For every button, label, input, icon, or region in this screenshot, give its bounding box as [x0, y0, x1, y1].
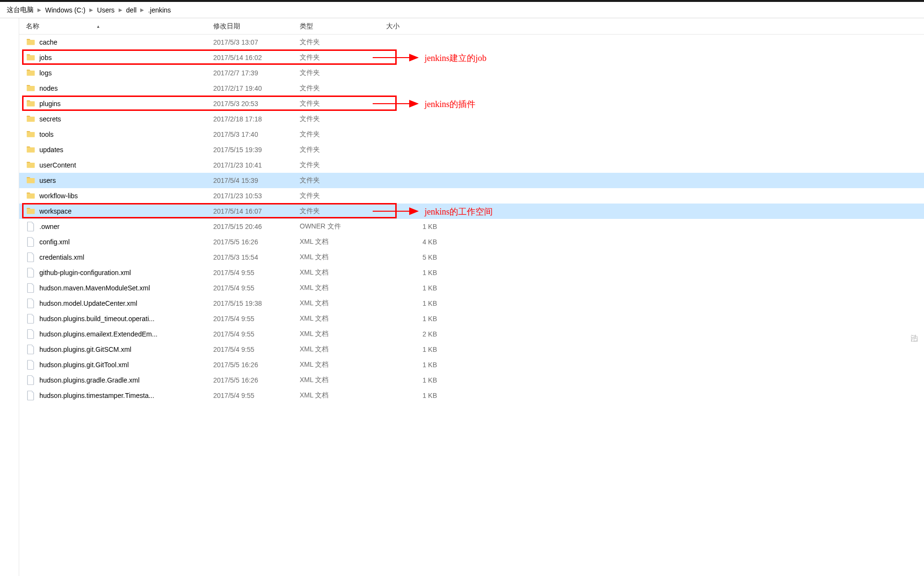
cell-name[interactable]: nodes	[19, 84, 207, 93]
folder-row[interactable]: workflow-libs2017/1/23 10:53文件夹	[19, 188, 924, 204]
breadcrumb-item[interactable]: 这台电脑	[4, 6, 36, 14]
file-name-label: config.xml	[39, 238, 70, 246]
folder-row[interactable]: tools2017/5/3 17:40文件夹	[19, 127, 924, 142]
breadcrumb-item[interactable]: Windows (C:)	[42, 6, 88, 14]
cell-type: XML 文档	[293, 345, 379, 354]
cell-date: 2017/1/23 10:53	[207, 192, 293, 200]
cell-name[interactable]: secrets	[19, 114, 207, 124]
folder-row[interactable]: cache2017/5/3 13:07文件夹	[19, 35, 924, 50]
folder-row[interactable]: plugins2017/5/3 20:53文件夹	[19, 96, 924, 111]
folder-icon	[26, 145, 36, 155]
cell-name[interactable]: hudson.model.UpdateCenter.xml	[19, 299, 207, 308]
cell-date: 2017/5/3 20:53	[207, 100, 293, 108]
cell-date: 2017/5/14 16:07	[207, 207, 293, 215]
cell-name[interactable]: hudson.plugins.git.GitSCM.xml	[19, 345, 207, 354]
file-row[interactable]: .owner2017/5/15 20:46OWNER 文件1 KB	[19, 219, 924, 234]
folder-row[interactable]: userContent2017/1/23 10:41文件夹	[19, 157, 924, 173]
col-header-type[interactable]: 类型	[293, 22, 379, 31]
file-row[interactable]: hudson.plugins.git.GitTool.xml2017/5/5 1…	[19, 357, 924, 372]
file-icon	[26, 283, 36, 293]
chevron-right-icon: ▶	[36, 7, 42, 12]
file-name-label: secrets	[39, 115, 61, 123]
file-row[interactable]: hudson.plugins.gradle.Gradle.xml2017/5/5…	[19, 372, 924, 388]
folder-icon	[26, 53, 36, 62]
cell-name[interactable]: users	[19, 176, 207, 185]
cell-name[interactable]: logs	[19, 68, 207, 78]
cell-name[interactable]: cache	[19, 37, 207, 47]
cell-type: 文件夹	[293, 145, 379, 154]
file-row[interactable]: config.xml2017/5/5 16:26XML 文档4 KB	[19, 234, 924, 250]
breadcrumb-item[interactable]: dell	[123, 6, 140, 14]
file-row[interactable]: hudson.plugins.emailext.ExtendedEm...201…	[19, 326, 924, 342]
cell-type: 文件夹	[293, 69, 379, 77]
folder-row[interactable]: secrets2017/2/18 17:18文件夹	[19, 111, 924, 127]
cell-date: 2017/2/17 19:40	[207, 84, 293, 92]
cell-name[interactable]: workspace	[19, 206, 207, 216]
folder-row[interactable]: jobs2017/5/14 16:02文件夹	[19, 50, 924, 65]
col-header-date[interactable]: 修改日期	[207, 22, 293, 31]
col-header-name[interactable]: 名称 ▴	[19, 22, 207, 31]
cell-name[interactable]: hudson.plugins.timestamper.Timesta...	[19, 391, 207, 400]
cell-name[interactable]: updates	[19, 145, 207, 155]
file-row[interactable]: credentials.xml2017/5/3 15:54XML 文档5 KB	[19, 250, 924, 265]
file-name-label: hudson.plugins.build_timeout.operati...	[39, 315, 155, 323]
breadcrumb-item[interactable]: .jenkins	[145, 6, 173, 14]
file-row[interactable]: hudson.plugins.git.GitSCM.xml2017/5/4 9:…	[19, 342, 924, 357]
folder-row[interactable]: nodes2017/2/17 19:40文件夹	[19, 81, 924, 96]
file-row[interactable]: github-plugin-configuration.xml2017/5/4 …	[19, 265, 924, 280]
cell-type: XML 文档	[293, 330, 379, 338]
folder-icon	[26, 37, 36, 47]
file-name-label: workflow-libs	[39, 192, 78, 200]
cell-size: 1 KB	[379, 315, 456, 323]
cell-type: 文件夹	[293, 115, 379, 123]
folder-row[interactable]: logs2017/2/7 17:39文件夹	[19, 65, 924, 81]
cell-type: XML 文档	[293, 284, 379, 292]
cell-name[interactable]: hudson.plugins.git.GitTool.xml	[19, 360, 207, 370]
cell-date: 2017/5/4 15:39	[207, 177, 293, 184]
cell-date: 2017/5/5 16:26	[207, 238, 293, 246]
folder-row[interactable]: workspace2017/5/14 16:07文件夹	[19, 204, 924, 219]
file-icon	[26, 329, 36, 339]
col-header-size[interactable]: 大小	[379, 22, 456, 31]
cell-name[interactable]: userContent	[19, 160, 207, 170]
breadcrumb[interactable]: 这台电脑▶Windows (C:)▶Users▶dell▶.jenkins	[0, 2, 924, 18]
cell-name[interactable]: tools	[19, 130, 207, 139]
file-icon	[26, 391, 36, 400]
file-icon	[26, 268, 36, 277]
cell-name[interactable]: github-plugin-configuration.xml	[19, 268, 207, 277]
file-row[interactable]: hudson.model.UpdateCenter.xml2017/5/15 1…	[19, 296, 924, 311]
cell-date: 2017/5/15 19:39	[207, 146, 293, 154]
cell-date: 2017/5/3 15:54	[207, 253, 293, 261]
folder-icon	[26, 114, 36, 124]
cell-date: 2017/5/3 13:07	[207, 38, 293, 46]
cell-name[interactable]: credentials.xml	[19, 252, 207, 262]
cell-date: 2017/5/4 9:55	[207, 346, 293, 353]
cell-size: 1 KB	[379, 346, 456, 353]
file-row[interactable]: hudson.maven.MavenModuleSet.xml2017/5/4 …	[19, 280, 924, 296]
file-row[interactable]: hudson.plugins.timestamper.Timesta...201…	[19, 388, 924, 403]
cell-name[interactable]: config.xml	[19, 237, 207, 247]
cell-type: 文件夹	[293, 99, 379, 108]
cell-name[interactable]: workflow-libs	[19, 191, 207, 201]
cell-type: 文件夹	[293, 38, 379, 47]
cell-name[interactable]: hudson.plugins.build_timeout.operati...	[19, 314, 207, 324]
cell-name[interactable]: hudson.plugins.gradle.Gradle.xml	[19, 375, 207, 385]
folder-row[interactable]: updates2017/5/15 19:39文件夹	[19, 142, 924, 157]
cell-date: 2017/5/5 16:26	[207, 376, 293, 384]
cell-name[interactable]: plugins	[19, 99, 207, 108]
cell-name[interactable]: .owner	[19, 222, 207, 231]
cell-type: XML 文档	[293, 391, 379, 400]
breadcrumb-item[interactable]: Users	[94, 6, 118, 14]
file-name-label: cache	[39, 38, 57, 46]
column-headers[interactable]: 名称 ▴ 修改日期 类型 大小	[19, 18, 924, 35]
cell-name[interactable]: jobs	[19, 53, 207, 62]
folder-icon	[26, 130, 36, 139]
cell-type: 文件夹	[293, 161, 379, 169]
folder-row[interactable]: users2017/5/4 15:39文件夹	[19, 173, 924, 188]
cell-name[interactable]: hudson.maven.MavenModuleSet.xml	[19, 283, 207, 293]
chevron-right-icon: ▶	[118, 7, 123, 12]
cell-date: 2017/5/4 9:55	[207, 330, 293, 338]
cell-name[interactable]: hudson.plugins.emailext.ExtendedEm...	[19, 329, 207, 339]
file-row[interactable]: hudson.plugins.build_timeout.operati...2…	[19, 311, 924, 326]
cell-type: 文件夹	[293, 176, 379, 185]
